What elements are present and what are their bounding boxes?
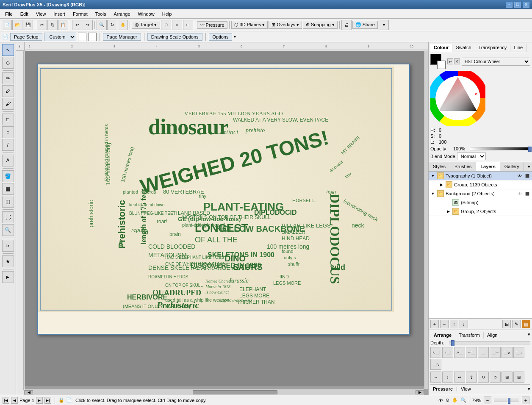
arr-btn-8[interactable]: ⬜↓ xyxy=(513,347,524,358)
colour-wheel-svg[interactable]: O xyxy=(430,71,485,126)
arr-btn-4[interactable]: ←⬜ xyxy=(466,347,477,358)
menu-edit[interactable]: Edit xyxy=(17,11,32,17)
ellipse-tool[interactable]: ○ xyxy=(2,126,14,138)
tab-colour[interactable]: Colour xyxy=(430,44,452,52)
menu-arrange[interactable]: Arrange xyxy=(110,11,133,17)
depth-thumb[interactable] xyxy=(451,340,454,346)
tab-pressure[interactable]: Pressure xyxy=(430,386,455,392)
layer-bitmap[interactable]: 🖼 (Bitmap) xyxy=(429,198,532,207)
redo-button[interactable]: ↪ xyxy=(83,20,93,30)
more-button[interactable]: ▾ xyxy=(379,20,389,30)
save-button[interactable]: 💾 xyxy=(23,20,33,30)
arr-btn-5[interactable]: ⬜ xyxy=(478,347,489,358)
options-arrow[interactable]: ▾ xyxy=(234,34,236,39)
menu-tools[interactable]: Tools xyxy=(92,11,110,17)
fx-tool[interactable]: fx xyxy=(2,240,14,252)
scroll-left-button[interactable]: ◀ xyxy=(25,390,33,394)
share-tool[interactable]: 🌐 Share xyxy=(352,21,378,29)
page-size-select[interactable]: Custom A4 Letter xyxy=(44,33,76,41)
menu-file[interactable]: File xyxy=(2,11,16,17)
arrange-expand[interactable]: ▾ xyxy=(528,332,530,338)
pencil-tool[interactable]: ✏ xyxy=(2,72,14,84)
horizontal-scrollbar[interactable]: ◀ ▶ xyxy=(25,389,424,395)
pen-tool[interactable]: 🖊 xyxy=(2,85,14,97)
tab-transform[interactable]: Transform xyxy=(455,332,484,338)
group2-expand[interactable]: ▶ xyxy=(446,209,451,214)
overlays-tool[interactable]: ⊞ Overlays ▾ xyxy=(269,21,302,29)
typography-expand[interactable]: ▼ xyxy=(430,173,435,178)
drawing-scale-button[interactable]: Drawing Scale Options xyxy=(147,33,202,41)
zoom-thumb[interactable] xyxy=(508,398,510,404)
node-tool[interactable]: ◇ xyxy=(2,57,14,69)
scroll-right-button[interactable]: ▶ xyxy=(416,390,424,394)
opacity-slider[interactable] xyxy=(470,147,530,150)
opacity-thumb[interactable] xyxy=(528,147,532,152)
arr-btn-f[interactable]: ↺ xyxy=(490,372,501,383)
options-button[interactable]: Options xyxy=(209,33,233,41)
shape-tool[interactable]: □ xyxy=(2,114,14,125)
text-tool[interactable]: A xyxy=(2,155,14,166)
tab-styles[interactable]: Styles xyxy=(429,162,450,171)
depth-slider[interactable] xyxy=(449,341,530,344)
horizontal-scroll-thumb[interactable] xyxy=(193,390,277,394)
page-setup-button[interactable]: Page Setup xyxy=(10,33,42,41)
3dplanes-tool[interactable]: ⬡ 3D Planes ▾ xyxy=(231,21,268,29)
tab-gallery[interactable]: Gallery xyxy=(500,162,524,171)
tab-arrange[interactable]: Arrange xyxy=(430,332,455,338)
swap-colours-button[interactable]: ⇄ xyxy=(447,58,453,64)
layer-group1[interactable]: ▶ 📂 Group, 1139 Objects xyxy=(429,180,532,189)
vertical-scrollbar[interactable] xyxy=(424,51,428,389)
tab-align[interactable]: Align xyxy=(484,332,501,338)
zoom-icon[interactable]: 🔍 xyxy=(460,397,466,403)
arr-btn-9[interactable]: ⬜↘ xyxy=(430,359,441,370)
target-shape[interactable]: ○ xyxy=(172,20,182,30)
zoom-in-button[interactable]: + xyxy=(522,397,529,404)
first-page-button[interactable]: |◀ xyxy=(3,397,9,404)
view-icon-1[interactable]: 👁 xyxy=(438,398,443,403)
new-button[interactable]: 📄 xyxy=(2,20,12,30)
tab-layers[interactable]: Layers xyxy=(476,162,500,171)
tab-line[interactable]: Line xyxy=(510,44,526,52)
reset-colours-button[interactable]: ↺ xyxy=(454,58,460,64)
rotate-button[interactable]: ↻ xyxy=(107,20,117,30)
crop-tool[interactable]: ⛶ xyxy=(2,211,14,223)
menu-insert[interactable]: Insert xyxy=(50,11,69,17)
pan-button[interactable]: ✋ xyxy=(118,20,128,30)
undo-button[interactable]: ↩ xyxy=(72,20,82,30)
target-tool[interactable]: ◎ Target ▾ xyxy=(132,21,160,29)
menu-format[interactable]: Format xyxy=(69,11,91,17)
page-manager-button[interactable]: Page Manager xyxy=(103,33,141,41)
restore-button[interactable]: ❐ xyxy=(514,2,521,8)
effects-tool[interactable]: ★ xyxy=(2,255,14,267)
edit-layer-button[interactable]: ✎ xyxy=(512,320,521,328)
paste-button[interactable]: 📋 xyxy=(58,20,68,30)
pressure-tool[interactable]: 〰 Pressure xyxy=(197,21,227,29)
gradient-tool[interactable]: ▦ xyxy=(2,183,14,195)
background-swatch[interactable] xyxy=(437,61,446,69)
background-vis-1[interactable]: 👁 xyxy=(517,191,523,197)
open-button[interactable]: 📂 xyxy=(12,20,22,30)
pressure-expand[interactable]: ▾ xyxy=(528,386,530,392)
target-rect[interactable]: □ xyxy=(183,20,193,30)
colour-mode-select[interactable]: HSL Colour Wheel RGB HSB xyxy=(462,58,530,66)
panel-options-button[interactable]: ▾ xyxy=(526,162,532,171)
view-icon-2[interactable]: ⊙ xyxy=(446,397,449,403)
select-tool[interactable]: ↖ xyxy=(2,44,14,56)
layer-background[interactable]: ▼ 📁 Background (2 Objects) 👁 ⬛ xyxy=(429,189,532,198)
zoom-button[interactable]: 🔍 xyxy=(97,20,107,30)
tab-brushes[interactable]: Brushes xyxy=(450,162,476,171)
arr-btn-b[interactable]: ↕ xyxy=(442,372,453,383)
expand-button[interactable]: ▶ xyxy=(2,271,14,283)
arr-btn-1[interactable]: ↖⬜ xyxy=(430,347,441,358)
line-tool[interactable]: / xyxy=(2,139,14,151)
close-button[interactable]: ✕ xyxy=(523,2,529,8)
group1-expand[interactable]: ▶ xyxy=(439,182,444,187)
cut-button[interactable]: ✂ xyxy=(37,20,47,30)
merge-button[interactable]: ⊞ xyxy=(502,320,511,328)
background-vis-2[interactable]: ⬛ xyxy=(524,191,530,197)
brush-tool[interactable]: 🖌 xyxy=(2,98,14,110)
arr-btn-7[interactable]: ⬜↙ xyxy=(502,347,513,358)
add-layer-button[interactable]: + xyxy=(430,320,439,328)
tab-swatch[interactable]: Swatch xyxy=(452,44,475,52)
target-icon[interactable]: ⊙ xyxy=(161,20,171,30)
